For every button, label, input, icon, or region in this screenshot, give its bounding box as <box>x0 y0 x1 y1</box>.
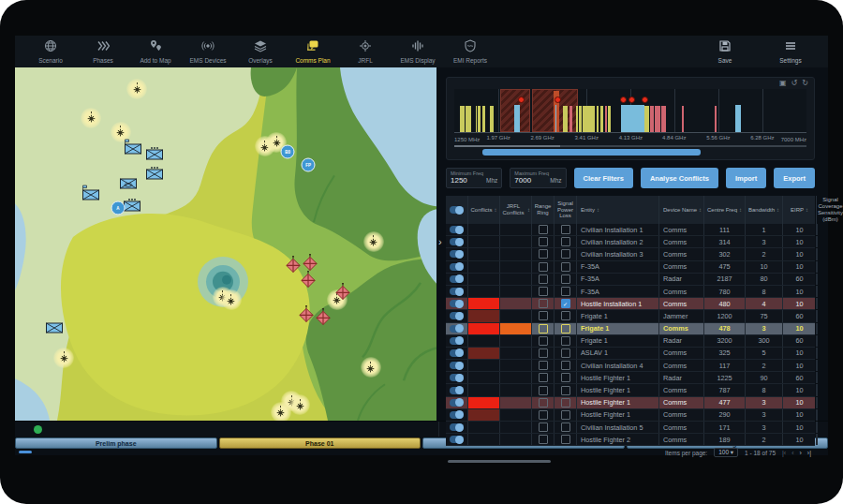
spectrum-band-friendly[interactable] <box>563 106 569 132</box>
fit-screen-icon[interactable]: ▣ <box>779 79 787 87</box>
sort-icon[interactable]: ↕ <box>806 207 808 214</box>
row-toggle[interactable] <box>450 300 464 307</box>
table-row[interactable]: Frigate 1Comms478310 <box>446 323 815 335</box>
spectrum-band-hostile[interactable] <box>661 106 667 132</box>
toolbar-item-emi-reports[interactable]: EMI Reports <box>444 39 496 64</box>
map-badge-a[interactable]: A <box>111 201 125 215</box>
signal-power-loss-checkbox[interactable] <box>561 398 570 408</box>
max-freq-field[interactable]: Maximum Freq 7000 Mhz <box>510 168 566 188</box>
table-row[interactable]: Civilian Installation 3Comms302210 <box>446 248 815 260</box>
clear-filters-button[interactable]: Clear Filters <box>574 168 633 188</box>
range-ring-checkbox[interactable] <box>539 274 548 284</box>
friendly-unit-marker-icon[interactable] <box>44 317 65 337</box>
emitter-marker-icon[interactable] <box>289 394 310 415</box>
spectrum-band-hostile[interactable] <box>650 106 655 132</box>
range-ring-checkbox[interactable] <box>539 373 548 382</box>
range-ring-checkbox[interactable] <box>539 249 548 259</box>
signal-power-loss-checkbox[interactable] <box>561 249 570 259</box>
toolbar-item-ems-devices[interactable]: EMS Devices <box>182 39 234 64</box>
signal-power-loss-checkbox[interactable] <box>561 410 570 420</box>
sort-icon[interactable]: ↕ <box>776 207 779 214</box>
row-toggle[interactable] <box>450 436 464 443</box>
table-row[interactable]: Hostile Fighter 1Comms477310 <box>446 397 815 409</box>
hostile-unit-marker-icon[interactable] <box>301 271 316 291</box>
sort-icon[interactable]: ↕ <box>739 207 742 214</box>
table-row[interactable]: F-35AComms4751010 <box>446 261 815 274</box>
table-row[interactable]: Hostile Fighter 2Comms189210 <box>446 434 815 446</box>
phase-segment-prelim-phase[interactable]: Prelim phase <box>15 437 217 449</box>
map-badge-b0[interactable]: B0 <box>281 145 295 159</box>
signal-power-loss-checkbox[interactable] <box>561 422 570 432</box>
column-header-conflicts[interactable]: Conflicts↕ <box>468 196 500 224</box>
spectrum-chart[interactable] <box>454 89 806 133</box>
range-ring-checkbox[interactable] <box>539 311 548 320</box>
hostile-unit-marker-icon[interactable] <box>335 283 350 304</box>
analyse-conflicts-button[interactable]: Analyse Conflicts <box>641 168 718 188</box>
spectrum-band-friendly[interactable] <box>576 106 578 132</box>
range-ring-checkbox[interactable] <box>539 299 548 308</box>
range-ring-checkbox[interactable] <box>539 398 548 408</box>
emitter-marker-icon[interactable] <box>271 402 291 421</box>
column-header-device-name[interactable]: Device Name↕ <box>659 196 704 224</box>
row-toggle[interactable] <box>450 387 464 394</box>
row-toggle[interactable] <box>450 325 464 333</box>
table-row[interactable]: Civilian Installation 4Comms117210 <box>446 360 815 372</box>
emitter-marker-icon[interactable] <box>81 108 101 128</box>
spectrum-band-hostile[interactable] <box>682 106 684 132</box>
spectrum-band-friendly[interactable] <box>466 106 471 132</box>
range-ring-checkbox[interactable] <box>539 435 548 444</box>
table-row[interactable]: Civilian Installation 1Comms111110 <box>446 224 815 236</box>
spectrum-band-friendly[interactable] <box>478 106 481 132</box>
signal-power-loss-checkbox[interactable] <box>561 237 570 246</box>
range-ring-checkbox[interactable] <box>539 422 548 432</box>
range-ring-checkbox[interactable] <box>539 361 548 370</box>
range-ring-checkbox[interactable] <box>539 324 548 334</box>
spectrum-band-friendly[interactable] <box>490 106 494 132</box>
friendly-unit-marker-icon[interactable] <box>122 195 142 215</box>
scrollbar-thumb[interactable] <box>448 460 551 463</box>
emitter-marker-icon[interactable] <box>221 289 242 310</box>
spectrum-band-selected[interactable] <box>621 105 644 132</box>
spectrum-band-friendly[interactable] <box>583 106 595 132</box>
range-ring-checkbox[interactable] <box>539 386 548 395</box>
column-header-eirp[interactable]: EIRP↕ <box>783 196 817 224</box>
table-row[interactable]: ✓Hostile Installation 1Comms480410 <box>446 298 815 310</box>
table-row[interactable]: F-35AComms780810 <box>446 286 815 298</box>
table-row[interactable]: Hostile Fighter 1Comms787810 <box>446 384 815 396</box>
row-toggle[interactable] <box>450 275 464 283</box>
row-toggle[interactable] <box>450 411 464 419</box>
signal-power-loss-checkbox[interactable] <box>561 435 570 444</box>
redo-icon[interactable]: ↻ <box>802 79 808 87</box>
import-button[interactable]: Import <box>726 168 766 188</box>
signal-power-loss-checkbox[interactable] <box>561 348 570 358</box>
row-toggle[interactable] <box>450 337 464 345</box>
spectrum-band-friendly[interactable] <box>460 106 466 132</box>
spectrum-band-selected[interactable] <box>735 105 740 132</box>
spectrum-band-friendly[interactable] <box>579 106 582 132</box>
sort-icon[interactable]: ↕ <box>495 207 497 214</box>
row-toggle[interactable] <box>450 238 464 245</box>
spectrum-band-friendly[interactable] <box>476 106 478 132</box>
range-ring-checkbox[interactable] <box>539 237 548 246</box>
friendly-unit-marker-icon[interactable] <box>144 163 165 184</box>
hostile-unit-marker-icon[interactable] <box>299 305 314 326</box>
row-toggle[interactable] <box>450 250 464 258</box>
emitter-marker-icon[interactable] <box>126 79 147 99</box>
spectrum-band-hostile[interactable] <box>569 106 572 132</box>
min-freq-field[interactable]: Minimum Freq 1250 Mhz <box>446 168 502 188</box>
column-header-entity[interactable]: Entity↕ <box>577 196 659 224</box>
spectrum-band-friendly[interactable] <box>644 106 649 132</box>
row-toggle[interactable] <box>450 349 464 357</box>
map-panel[interactable]: AB0FP <box>15 67 436 421</box>
range-ring-checkbox[interactable] <box>539 410 548 420</box>
signal-power-loss-checkbox[interactable] <box>561 225 570 234</box>
column-header-jrfl-conflicts[interactable]: JRFL Conflicts↕ <box>500 196 532 224</box>
row-toggle[interactable] <box>450 374 464 381</box>
table-row[interactable]: Civilian Installation 5Comms171310 <box>446 422 815 434</box>
timeline-scroll-thumb[interactable] <box>19 451 32 453</box>
row-toggle[interactable] <box>450 288 464 295</box>
range-ring-checkbox[interactable] <box>539 336 548 346</box>
signal-power-loss-checkbox[interactable] <box>561 361 570 370</box>
emitter-marker-icon[interactable] <box>53 348 74 368</box>
spectrum-band-hostile[interactable] <box>655 106 660 132</box>
